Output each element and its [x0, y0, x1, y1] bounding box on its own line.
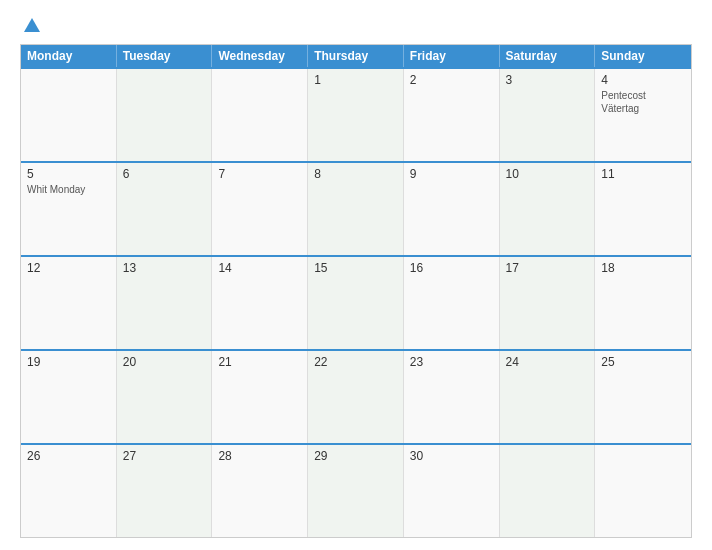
day-number: 22	[314, 355, 397, 369]
weekday-header-saturday: Saturday	[500, 45, 596, 67]
calendar-cell	[212, 69, 308, 161]
holiday-label: Whit Monday	[27, 183, 110, 196]
calendar-cell: 14	[212, 257, 308, 349]
calendar-cell: 17	[500, 257, 596, 349]
calendar-cell: 20	[117, 351, 213, 443]
weekday-header-monday: Monday	[21, 45, 117, 67]
calendar-cell: 12	[21, 257, 117, 349]
calendar-cell	[595, 445, 691, 537]
calendar-row-2: 5Whit Monday67891011	[21, 161, 691, 255]
day-number: 3	[506, 73, 589, 87]
day-number: 13	[123, 261, 206, 275]
day-number: 16	[410, 261, 493, 275]
day-number: 2	[410, 73, 493, 87]
calendar-cell: 3	[500, 69, 596, 161]
day-number: 28	[218, 449, 301, 463]
day-number: 29	[314, 449, 397, 463]
calendar-cell: 10	[500, 163, 596, 255]
day-number: 30	[410, 449, 493, 463]
calendar-cell: 11	[595, 163, 691, 255]
day-number: 21	[218, 355, 301, 369]
calendar-cell: 19	[21, 351, 117, 443]
calendar-cell: 5Whit Monday	[21, 163, 117, 255]
calendar-row-5: 2627282930	[21, 443, 691, 537]
calendar-cell: 9	[404, 163, 500, 255]
calendar-body: 1234Pentecost Vätertag5Whit Monday678910…	[21, 67, 691, 537]
logo	[20, 18, 40, 34]
weekday-header-sunday: Sunday	[595, 45, 691, 67]
calendar-cell: 4Pentecost Vätertag	[595, 69, 691, 161]
day-number: 11	[601, 167, 685, 181]
day-number: 10	[506, 167, 589, 181]
calendar-cell: 15	[308, 257, 404, 349]
calendar-cell: 22	[308, 351, 404, 443]
day-number: 23	[410, 355, 493, 369]
day-number: 9	[410, 167, 493, 181]
day-number: 19	[27, 355, 110, 369]
day-number: 26	[27, 449, 110, 463]
day-number: 12	[27, 261, 110, 275]
holiday-label: Pentecost Vätertag	[601, 89, 685, 115]
day-number: 24	[506, 355, 589, 369]
calendar-row-1: 1234Pentecost Vätertag	[21, 67, 691, 161]
weekday-header-thursday: Thursday	[308, 45, 404, 67]
day-number: 4	[601, 73, 685, 87]
calendar-cell: 21	[212, 351, 308, 443]
calendar-cell: 28	[212, 445, 308, 537]
calendar-page: MondayTuesdayWednesdayThursdayFridaySatu…	[0, 0, 712, 550]
day-number: 1	[314, 73, 397, 87]
day-number: 14	[218, 261, 301, 275]
calendar-cell: 24	[500, 351, 596, 443]
calendar-cell: 27	[117, 445, 213, 537]
day-number: 6	[123, 167, 206, 181]
calendar-cell	[117, 69, 213, 161]
calendar-cell: 25	[595, 351, 691, 443]
calendar-cell	[21, 69, 117, 161]
calendar-cell: 1	[308, 69, 404, 161]
weekday-header-friday: Friday	[404, 45, 500, 67]
day-number: 27	[123, 449, 206, 463]
calendar-row-4: 19202122232425	[21, 349, 691, 443]
calendar-cell: 2	[404, 69, 500, 161]
calendar-header-row: MondayTuesdayWednesdayThursdayFridaySatu…	[21, 45, 691, 67]
day-number: 8	[314, 167, 397, 181]
day-number: 15	[314, 261, 397, 275]
calendar-cell: 13	[117, 257, 213, 349]
day-number: 17	[506, 261, 589, 275]
day-number: 20	[123, 355, 206, 369]
day-number: 18	[601, 261, 685, 275]
calendar-cell: 18	[595, 257, 691, 349]
calendar-cell: 29	[308, 445, 404, 537]
calendar-cell: 16	[404, 257, 500, 349]
page-header	[20, 18, 692, 34]
calendar-cell	[500, 445, 596, 537]
day-number: 25	[601, 355, 685, 369]
day-number: 7	[218, 167, 301, 181]
logo-triangle-icon	[24, 18, 40, 32]
calendar-cell: 8	[308, 163, 404, 255]
calendar-cell: 6	[117, 163, 213, 255]
calendar-grid: MondayTuesdayWednesdayThursdayFridaySatu…	[20, 44, 692, 538]
weekday-header-wednesday: Wednesday	[212, 45, 308, 67]
day-number: 5	[27, 167, 110, 181]
calendar-cell: 30	[404, 445, 500, 537]
calendar-row-3: 12131415161718	[21, 255, 691, 349]
calendar-cell: 26	[21, 445, 117, 537]
calendar-cell: 7	[212, 163, 308, 255]
weekday-header-tuesday: Tuesday	[117, 45, 213, 67]
calendar-cell: 23	[404, 351, 500, 443]
